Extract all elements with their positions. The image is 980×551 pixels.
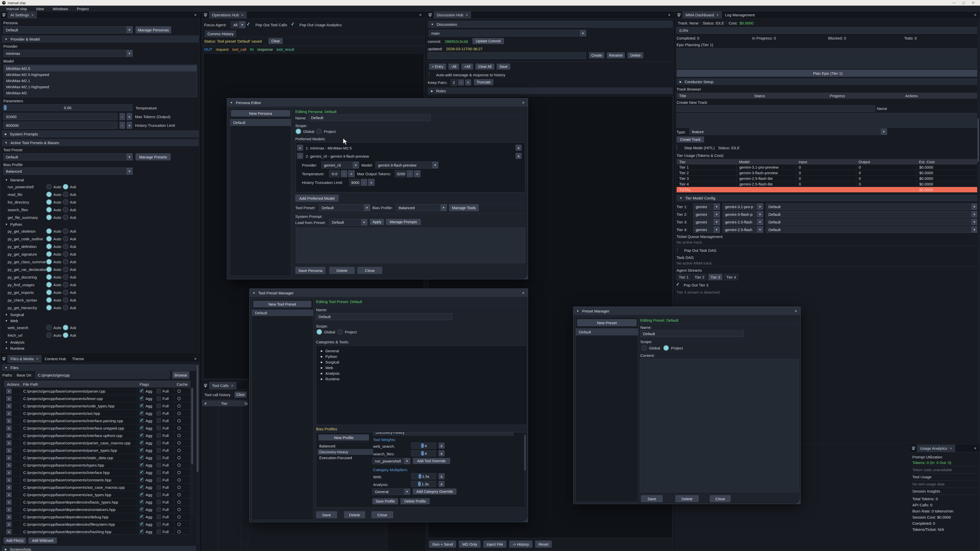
dialog-close-icon[interactable]: ✕ [522,101,525,105]
caret-down-icon[interactable]: ▼ [5,313,8,316]
bias-box-scrollbar[interactable] [524,433,526,507]
file-row[interactable]: x C:/projects/gencpp/base/components/int… [4,469,190,476]
tier-provider-select[interactable]: gemini ▼ [693,203,720,210]
dock-options-icon[interactable] [0,355,7,362]
bias-profile-item[interactable]: Discovery-Heavy [318,449,373,455]
ask-radio[interactable] [63,199,68,205]
pe-bias-select[interactable]: Balanced ▼ [396,204,447,211]
auto-radio[interactable] [46,192,52,197]
caret-right-icon[interactable]: ▶ [321,355,323,358]
tab-close-icon[interactable]: ✕ [231,384,234,387]
caret-right-icon[interactable]: ▶ [679,80,682,83]
remove-file-button[interactable]: x [6,448,12,453]
truncate-button[interactable]: Truncate [474,79,493,85]
file-row[interactable]: x C:/projects/gencpp/base/components/ast… [4,484,190,491]
tool-group-header[interactable]: ▼Web [0,318,198,324]
keep-pairs-decrement[interactable]: - [458,79,464,86]
pm-maxout-increment[interactable]: + [414,170,421,177]
ask-radio[interactable] [63,259,68,265]
panel-close-icon[interactable]: ✕ [191,357,200,361]
agg-checkbox[interactable] [139,500,144,504]
slider-thumb[interactable] [418,474,422,478]
discussion-select[interactable]: main ▼ [429,30,586,37]
tier-model-select[interactable]: gemini-3.1-pro-p ▼ [722,203,763,210]
move-down-button[interactable]: - [297,153,303,159]
file-row[interactable]: x C:/projects/gencpp/base/components/par… [4,439,190,447]
ask-radio[interactable] [63,236,68,241]
panel-close-icon[interactable]: ✕ [665,13,674,17]
resize-grip[interactable] [797,500,800,503]
remove-mult-button[interactable]: x [438,481,445,487]
panel-close-icon[interactable]: ✕ [191,13,200,17]
file-row[interactable]: x C:/projects/gencpp/base/components/typ… [4,462,190,469]
bias-profile-item[interactable]: Execution-Focused [318,455,373,461]
full-checkbox[interactable] [156,463,161,467]
ask-radio[interactable] [63,192,68,197]
dialog-close-icon[interactable]: ✕ [522,291,525,295]
discussions-section-header[interactable]: ▼ Discussions [428,21,673,28]
auto-radio[interactable] [46,184,52,189]
remove-file-button[interactable]: x [6,499,12,505]
ask-radio[interactable] [63,274,68,280]
remove-file-button[interactable]: x [6,485,12,490]
agg-checkbox[interactable] [139,441,144,445]
tier-model-select[interactable]: gemini-3-flash-p ▼ [722,211,763,218]
caret-right-icon[interactable]: ▶ [321,366,323,369]
menu-item[interactable]: manual slop [6,6,27,11]
remove-file-button[interactable]: x [6,470,12,475]
window-minimize-icon[interactable]: — [953,1,956,5]
tier-model-select[interactable]: gemini-2.5-flash ▼ [722,226,763,233]
file-row[interactable]: x C:/projects/gencpp/base/components/int… [4,432,190,439]
full-checkbox[interactable] [156,485,161,489]
popout-usage-checkbox[interactable] [293,22,293,27]
caret-down-icon[interactable]: ▼ [5,179,8,181]
caret-down-icon[interactable]: ▼ [679,197,682,200]
remove-file-button[interactable]: x [6,440,12,446]
window-close-icon[interactable]: ✕ [972,1,974,5]
remove-file-button[interactable]: x [6,492,12,497]
tab-files-media[interactable]: Files & Media ✕ [7,355,41,362]
file-row[interactable]: x C:/projects/gencpp/base/components/int… [4,424,190,432]
add-tool-override-button[interactable]: Add Tool Override [413,458,450,464]
tpm-save-button[interactable]: Save [316,511,337,518]
agg-checkbox[interactable] [139,426,144,430]
dock-options-icon[interactable] [202,382,209,389]
tab-close-icon[interactable]: ✕ [950,447,952,450]
composer-button[interactable]: Gen + Send [429,540,456,548]
pm-temp-decrement[interactable]: - [341,170,347,177]
full-checkbox[interactable] [156,514,161,519]
browse-button[interactable]: Browse [172,372,189,379]
agg-checkbox[interactable] [139,529,144,534]
caret-right-icon[interactable]: ▶ [431,89,433,92]
pm-maxout-input[interactable]: 32000 [395,170,406,177]
full-checkbox[interactable] [156,411,161,416]
category-row[interactable]: ▶ Surgical [321,360,527,364]
save-profile-button[interactable]: Save Profile [372,498,398,504]
menu-item[interactable]: Project [77,6,89,11]
pm-maxout-decrement[interactable]: - [407,170,413,177]
auto-radio[interactable] [46,297,52,303]
tier-stream-tab[interactable]: Tier 1 [676,274,691,280]
active-presets-section-header[interactable]: ▼ Active Tool Presets & Biases [2,139,199,146]
pm-scope-project-radio[interactable] [663,345,669,351]
remove-weight-button[interactable]: x [438,450,445,456]
discussion-name-input[interactable] [428,52,586,59]
tier-preset-select[interactable]: Default ▼ [766,226,978,233]
category-row[interactable]: ▶ Web [321,365,527,370]
tab-tool-calls[interactable]: Tool Calls ✕ [209,382,237,389]
tab-discussion-hub[interactable]: Discussion Hub ✕ [434,11,471,18]
popout-tool-calls-checkbox[interactable] [248,22,248,27]
remove-file-button[interactable]: x [6,477,12,483]
tier-stream-tab[interactable]: Tier 3 [708,274,722,280]
close-persona-button[interactable]: Close [357,267,382,274]
auto-radio[interactable] [46,259,52,265]
clear-status-button[interactable]: Clear [269,38,283,44]
category-row[interactable]: ▶ General [321,349,527,353]
add-files-button[interactable]: Add File(s) [3,537,26,544]
caret-down-icon[interactable]: ▼ [5,141,7,144]
tab-operations-hub[interactable]: Operations Hub ✕ [209,11,247,18]
auto-radio[interactable] [46,228,52,234]
pm-hist-decrement[interactable]: - [361,179,367,186]
scope-global-radio[interactable] [296,129,301,134]
temperature-slider[interactable]: 0.00 [3,104,132,111]
